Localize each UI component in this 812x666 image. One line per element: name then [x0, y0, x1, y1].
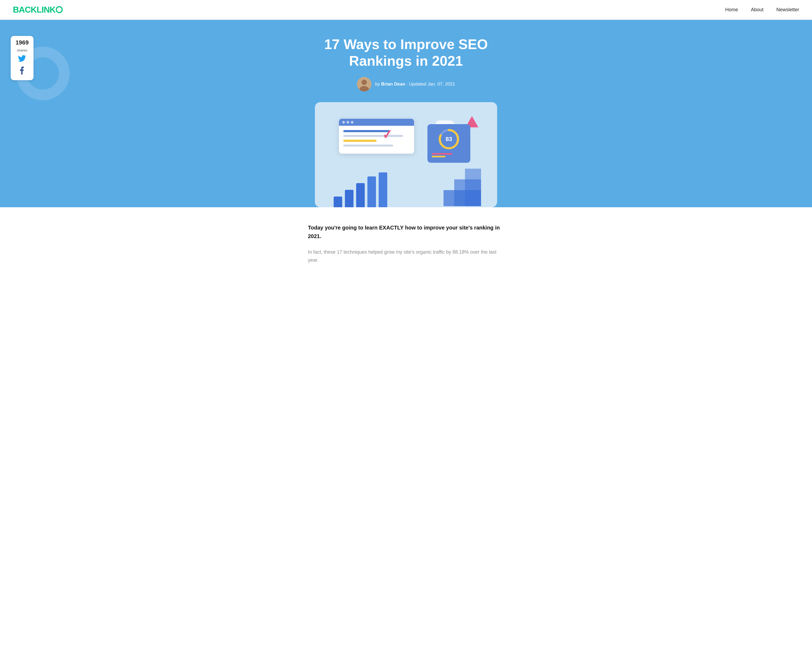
navbar: BACKLINK Home About Newsletter: [0, 0, 812, 20]
bar-3: [356, 183, 365, 207]
author-prefix: by: [375, 81, 381, 87]
content-section: Today you're going to learn EXACTLY how …: [301, 207, 511, 280]
facebook-icon[interactable]: [19, 66, 25, 76]
browser-card: [339, 119, 414, 153]
score-card: 83: [427, 124, 470, 163]
author-row: by Brian Dean · Updated Jan. 07, 2021: [357, 77, 455, 91]
browser-line-4: [343, 145, 393, 147]
bar-5: [379, 172, 387, 207]
bar-2: [345, 190, 353, 207]
hero-illustration: ✓ 83: [315, 102, 497, 207]
svg-rect-7: [444, 190, 481, 206]
share-label: shares: [17, 48, 27, 52]
share-widget: 1969 shares: [11, 36, 33, 80]
score-number: 83: [445, 136, 452, 143]
updated-label: Updated Jan. 07, 2021: [409, 81, 455, 87]
browser-dot-1: [342, 121, 345, 124]
bar-4: [367, 176, 376, 207]
twitter-icon[interactable]: [18, 55, 26, 64]
browser-dot-3: [351, 121, 353, 124]
score-bar-yellow: [432, 156, 445, 157]
logo[interactable]: BACKLINK: [13, 5, 63, 15]
browser-body: [339, 126, 414, 153]
intro-bold: Today you're going to learn EXACTLY how …: [308, 223, 504, 241]
nav-home[interactable]: Home: [725, 7, 738, 12]
staircase: [438, 163, 481, 207]
logo-o: [56, 6, 63, 13]
author-text: by Brian Dean · Updated Jan. 07, 2021: [375, 81, 455, 87]
nav-newsletter[interactable]: Newsletter: [776, 7, 799, 12]
hero-content: 1969 shares 17 Ways to Improve SEO Ranki…: [21, 36, 791, 207]
illustration-inner: ✓ 83: [325, 111, 487, 207]
browser-topbar: [339, 119, 414, 126]
nav-about[interactable]: About: [751, 7, 763, 12]
browser-line-3: [343, 140, 376, 142]
author-separator: ·: [405, 81, 409, 87]
svg-point-1: [362, 80, 367, 85]
score-bar-red: [432, 153, 452, 155]
share-count: 1969: [16, 40, 29, 46]
checkmark-icon: ✓: [381, 126, 393, 142]
hero-title: 17 Ways to Improve SEO Rankings in 2021: [299, 36, 513, 69]
bar-chart: [334, 172, 387, 207]
browser-dot-2: [347, 121, 349, 124]
score-bottom-lines: [432, 153, 466, 158]
intro-body: In fact, these 17 techniques helped grow…: [308, 248, 504, 264]
browser-line-2: [343, 135, 403, 137]
author-avatar: [357, 77, 371, 91]
author-name: Brian Dean: [381, 81, 405, 87]
nav-links: Home About Newsletter: [725, 7, 799, 13]
score-circle: 83: [438, 129, 460, 150]
hero-section: 1969 shares 17 Ways to Improve SEO Ranki…: [0, 20, 812, 207]
bar-1: [334, 196, 342, 207]
logo-text: BACKLINK: [13, 5, 56, 15]
